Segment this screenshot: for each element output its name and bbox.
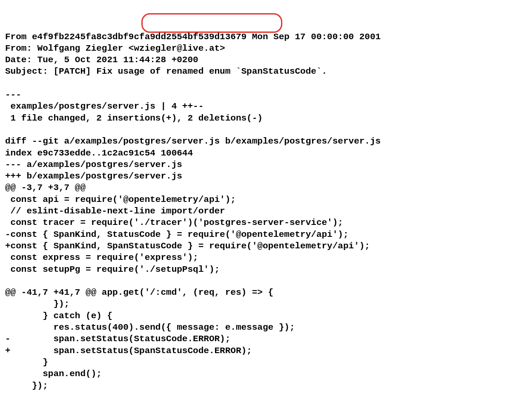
patch-line: span.end(); <box>5 368 500 380</box>
patch-line <box>5 275 500 287</box>
patch-line: +++ b/examples/postgres/server.js <box>5 170 500 182</box>
patch-text-block: From e4f9fb2245fa8c3dbf9cfa9dd2554bf539d… <box>5 31 500 391</box>
patch-line: Date: Tue, 5 Oct 2021 11:44:28 +0200 <box>5 54 500 66</box>
patch-line: index e9c733edde..1c2ac91c54 100644 <box>5 147 500 159</box>
patch-line: 1 file changed, 2 insertions(+), 2 delet… <box>5 112 500 124</box>
patch-line: diff --git a/examples/postgres/server.js… <box>5 135 500 147</box>
patch-line: --- <box>5 89 500 101</box>
patch-line: const tracer = require('./tracer')('post… <box>5 217 500 228</box>
patch-line: +const { SpanKind, SpanStatusCode } = re… <box>5 240 500 252</box>
patch-line: @@ -3,7 +3,7 @@ <box>5 182 500 193</box>
patch-line: --- a/examples/postgres/server.js <box>5 159 500 170</box>
patch-line <box>5 124 500 135</box>
patch-line: } <box>5 357 500 368</box>
patch-line: } catch (e) { <box>5 310 500 322</box>
patch-document: From e4f9fb2245fa8c3dbf9cfa9dd2554bf539d… <box>0 0 505 420</box>
patch-line: + span.setStatus(SpanStatusCode.ERROR); <box>5 345 500 357</box>
patch-line: From e4f9fb2245fa8c3dbf9cfa9dd2554bf539d… <box>5 31 500 43</box>
patch-line: // eslint-disable-next-line import/order <box>5 205 500 217</box>
patch-line: res.status(400).send({ message: e.messag… <box>5 322 500 333</box>
patch-line: const express = require('express'); <box>5 252 500 263</box>
patch-line: @@ -41,7 +41,7 @@ app.get('/:cmd', (req,… <box>5 287 500 298</box>
patch-line: examples/postgres/server.js | 4 ++-- <box>5 101 500 112</box>
patch-line: -const { SpanKind, StatusCode } = requir… <box>5 229 500 240</box>
patch-line: }); <box>5 380 500 391</box>
patch-line: const api = require('@opentelemetry/api'… <box>5 194 500 205</box>
email-highlight-annotation <box>141 13 282 33</box>
patch-line: - span.setStatus(StatusCode.ERROR); <box>5 333 500 345</box>
patch-line: const setupPg = require('./setupPsql'); <box>5 264 500 275</box>
patch-line: }); <box>5 298 500 310</box>
patch-line <box>5 78 500 89</box>
patch-line: From: Wolfgang Ziegler <wziegler@live.at… <box>5 43 500 54</box>
patch-line: Subject: [PATCH] Fix usage of renamed en… <box>5 66 500 77</box>
